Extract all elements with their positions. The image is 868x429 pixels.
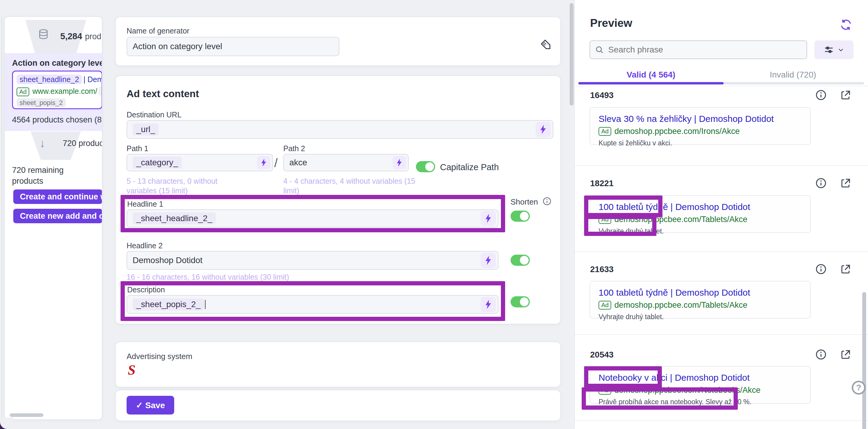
create-continue-button[interactable]: Create and continue wit bbox=[13, 190, 102, 204]
database-icon bbox=[37, 28, 50, 41]
remaining-products-text: 720 remaining products bbox=[12, 165, 84, 187]
info-icon[interactable] bbox=[815, 263, 826, 274]
ad-badge: Ad bbox=[598, 386, 611, 395]
ad-id: 20543 bbox=[590, 350, 614, 360]
info-icon[interactable] bbox=[815, 89, 826, 100]
mini-ad-badge: Ad bbox=[17, 87, 29, 96]
headline1-enabled-toggle[interactable] bbox=[510, 210, 530, 222]
sklik-logo[interactable]: S bbox=[128, 362, 135, 378]
stage1-count: 5,284 bbox=[60, 31, 82, 41]
info-icon[interactable] bbox=[542, 197, 552, 207]
lightning-icon[interactable] bbox=[481, 211, 496, 226]
mini-ad-headline-rest: | Dem bbox=[84, 75, 102, 84]
headline2-value: Demoshop Dotidot bbox=[133, 256, 203, 265]
ad-headline: Notebooky v akci | Demoshop Dotidot bbox=[598, 373, 802, 383]
info-icon[interactable] bbox=[815, 177, 826, 188]
preview-panel: Preview Valid (4 564) Invalid (720) 1649… bbox=[574, 0, 868, 429]
create-new-button[interactable]: Create new add and con bbox=[13, 209, 102, 223]
path2-label: Path 2 bbox=[283, 144, 305, 153]
stage1-label: prod bbox=[85, 32, 101, 41]
headline1-input[interactable]: _sheet_headline_2_ bbox=[127, 209, 498, 227]
ad-text-content-card bbox=[115, 76, 561, 324]
destination-url-value: _url_ bbox=[133, 123, 158, 136]
save-button-label: Save bbox=[145, 401, 165, 410]
capitalize-path-label: Capitalize Path bbox=[440, 162, 499, 172]
ad-url-line: Addemoshop.ppcbee.com/Notebooks/Akce bbox=[598, 385, 802, 395]
ad-url: demoshop.ppcbee.com/Notebooks/Akce bbox=[614, 385, 761, 395]
generator-name-input[interactable] bbox=[127, 37, 339, 56]
name-of-generator-label: Name of generator bbox=[127, 27, 189, 35]
sidebar-horizontal-scrollbar[interactable] bbox=[10, 413, 43, 417]
ad-preview-card[interactable]: 100 tabletů týdně | Demoshop Dotidot Add… bbox=[590, 281, 811, 319]
filter-button[interactable] bbox=[814, 40, 854, 59]
item-divider bbox=[575, 251, 868, 252]
ad-url: demoshop.ppcbee.com/Tablets/Akce bbox=[614, 301, 747, 310]
lightning-icon[interactable] bbox=[481, 297, 496, 312]
tabs-divider bbox=[575, 86, 868, 86]
search-box[interactable] bbox=[590, 40, 807, 59]
ad-headline: Sleva 30 % na žehličky | Demoshop Dotido… bbox=[598, 114, 802, 124]
mini-ad-card[interactable]: sheet_headline_2 | Dem Adwww.example.com… bbox=[12, 70, 102, 109]
mini-ad-url-pill: ca bbox=[98, 87, 102, 96]
lightning-icon[interactable] bbox=[393, 156, 406, 169]
info-icon[interactable] bbox=[815, 349, 826, 360]
lightning-icon[interactable] bbox=[535, 122, 551, 137]
ad-preview-card[interactable]: Notebooky v akci | Demoshop Dotidot Adde… bbox=[590, 366, 811, 404]
lightning-icon[interactable] bbox=[481, 253, 496, 268]
funnel-sidebar: 5,284 prod Action on category level shee… bbox=[4, 16, 102, 420]
path2-input[interactable]: akce bbox=[283, 154, 409, 171]
ad-badge: Ad bbox=[598, 215, 611, 224]
headline2-label: Headline 2 bbox=[127, 241, 163, 250]
middle-scrollbar-thumb[interactable] bbox=[569, 3, 574, 106]
refresh-icon[interactable] bbox=[840, 19, 851, 30]
share-icon[interactable] bbox=[840, 263, 851, 274]
tag-icon[interactable] bbox=[538, 38, 551, 53]
ad-url-line: Addemoshop.ppcbee.com/Tablets/Akce bbox=[598, 301, 802, 310]
headline2-input[interactable]: Demoshop Dotidot bbox=[127, 251, 498, 270]
search-input[interactable] bbox=[608, 45, 789, 55]
description-value: _sheet_popis_2_ bbox=[133, 298, 204, 310]
ad-description: Vyhrajte druhý tablet. bbox=[598, 313, 802, 321]
description-input[interactable]: _sheet_popis_2_ bbox=[127, 295, 498, 314]
tab-valid[interactable]: Valid (4 564) bbox=[578, 70, 724, 80]
lightning-icon[interactable] bbox=[257, 156, 270, 169]
destination-url-label: Destination URL bbox=[127, 110, 181, 119]
ad-description: Právě probíhá akce na notebooky. Slevy a… bbox=[598, 398, 802, 406]
ad-preview-card[interactable]: 100 tabletů týdně | Demoshop Dotidot Add… bbox=[590, 195, 811, 233]
generator-group-title: Action on category level bbox=[12, 59, 102, 68]
mini-ad-headline-var: sheet_headline_2 bbox=[17, 75, 82, 84]
save-button[interactable]: ✓ Save bbox=[127, 396, 174, 414]
tab-track-underline bbox=[724, 82, 864, 84]
ad-preview-card[interactable]: Sleva 30 % na žehličky | Demoshop Dotido… bbox=[590, 107, 811, 145]
share-icon[interactable] bbox=[840, 89, 851, 100]
tab-valid-underline bbox=[578, 82, 724, 84]
share-icon[interactable] bbox=[840, 177, 851, 188]
help-button[interactable]: ? bbox=[852, 381, 866, 395]
shorten-label: Shorten bbox=[510, 197, 538, 207]
mini-ad-url: www.example.com/ bbox=[32, 87, 97, 95]
tab-invalid[interactable]: Invalid (720) bbox=[724, 70, 862, 80]
ad-id: 16493 bbox=[590, 90, 614, 100]
ad-text-content-title: Ad text content bbox=[127, 88, 199, 99]
chosen-products-text: 4564 products chosen (86 bbox=[12, 115, 102, 124]
path1-label: Path 1 bbox=[127, 144, 148, 153]
headline2-enabled-toggle[interactable] bbox=[510, 255, 530, 266]
description-enabled-toggle[interactable] bbox=[510, 296, 530, 308]
save-card bbox=[115, 390, 561, 421]
path1-input[interactable]: _category_ bbox=[127, 154, 273, 171]
chevron-down-icon bbox=[838, 47, 844, 53]
advertising-system-card bbox=[115, 342, 561, 388]
path-separator: / bbox=[274, 156, 278, 170]
capitalize-path-toggle[interactable] bbox=[416, 161, 435, 172]
ad-url: demoshop.ppcbee.com/Tablets/Akce bbox=[614, 215, 747, 224]
ad-url-line: Addemoshop.ppcbee.com/Tablets/Akce bbox=[598, 215, 802, 224]
path1-value: _category_ bbox=[133, 156, 182, 169]
ad-id: 18221 bbox=[590, 179, 614, 188]
preview-scrollbar-thumb[interactable] bbox=[862, 292, 866, 429]
headline1-label: Headline 1 bbox=[127, 200, 163, 208]
ad-description: Kupte si žehličku v akci. bbox=[598, 139, 802, 147]
ad-badge: Ad bbox=[598, 127, 611, 136]
share-icon[interactable] bbox=[840, 349, 851, 360]
ad-headline: 100 tabletů týdně | Demoshop Dotidot bbox=[598, 202, 802, 212]
destination-url-input[interactable]: _url_ bbox=[127, 120, 553, 139]
